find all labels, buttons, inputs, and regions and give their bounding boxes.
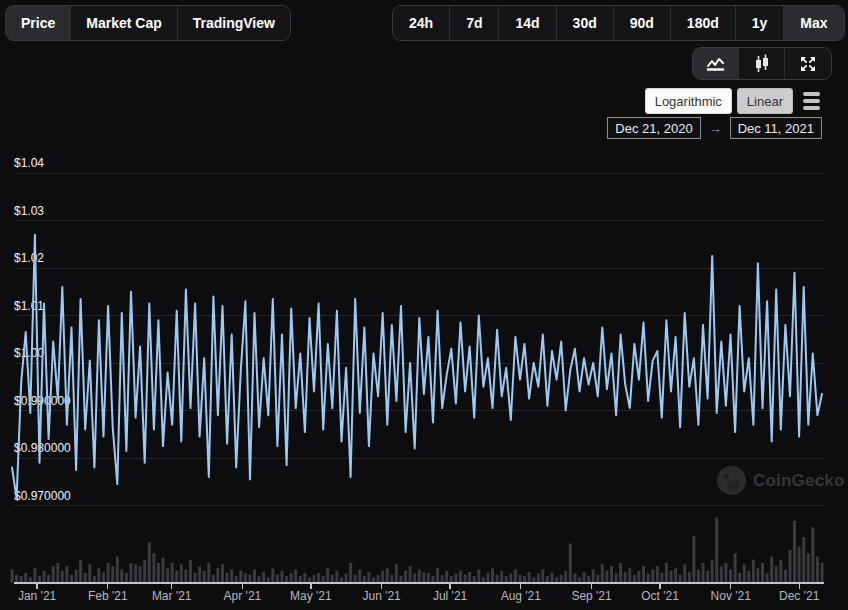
- price-chart-page: Price Market Cap TradingView 24h 7d 14d …: [0, 0, 848, 610]
- price-chart-canvas[interactable]: [0, 0, 848, 610]
